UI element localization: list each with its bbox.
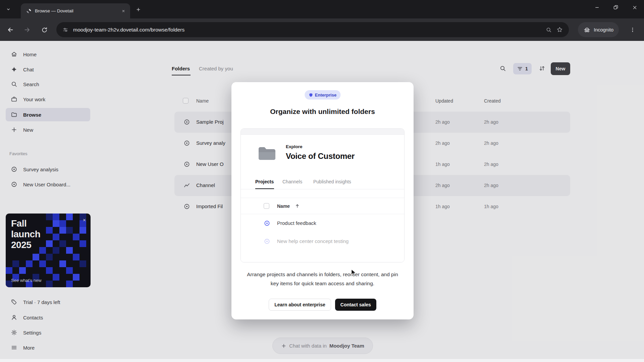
shield-icon: [309, 93, 313, 97]
window-controls: [588, 0, 644, 15]
preview-row-product-feedback: Product feedback: [241, 214, 404, 232]
plus-icon: [136, 7, 141, 12]
page-viewport: Home Chat Search Your work Browse New: [0, 41, 644, 362]
browser-menu-button[interactable]: [627, 24, 639, 36]
folder-preview-card: Explore Voice of Customer Projects Chann…: [240, 128, 405, 262]
preview-row-label: Product feedback: [277, 220, 316, 226]
chevron-down-icon: [6, 7, 11, 12]
mouse-cursor: [351, 269, 358, 277]
preview-table-header: Name: [241, 198, 404, 214]
learn-about-enterprise-button[interactable]: Learn about enterprise: [269, 299, 331, 311]
tab-search-button[interactable]: [3, 4, 13, 14]
incognito-icon: [583, 26, 591, 33]
modal-title: Organize with unlimited folders: [231, 108, 414, 116]
preview-active-tab-underline: [255, 188, 274, 189]
tab-title: Browse — Dovetail: [35, 8, 117, 13]
url-text[interactable]: moodjoy-team-2h2v.dovetail.com/browse/fo…: [73, 27, 541, 33]
address-bar[interactable]: moodjoy-team-2h2v.dovetail.com/browse/fo…: [56, 22, 569, 37]
browser-tab[interactable]: Browse — Dovetail: [21, 3, 130, 18]
folder-icon: [258, 145, 276, 162]
browser-toolbar: moodjoy-team-2h2v.dovetail.com/browse/fo…: [0, 18, 644, 41]
enterprise-badge: Enterprise: [305, 90, 340, 100]
new-tab-button[interactable]: [133, 5, 143, 14]
minimize-button[interactable]: [588, 0, 606, 15]
enterprise-badge-label: Enterprise: [315, 93, 336, 98]
modal-description: Arrange projects and channels in folders…: [245, 270, 400, 288]
tab-strip: Browse — Dovetail: [0, 0, 644, 18]
sort-ascending-icon[interactable]: [294, 203, 300, 209]
target-icon: [264, 238, 270, 245]
site-settings-icon[interactable]: [62, 27, 68, 33]
preview-row-help-center: New help center concept testing: [241, 232, 404, 250]
preview-tab-published-insights[interactable]: Published insights: [313, 179, 351, 184]
contact-sales-button[interactable]: Contact sales: [335, 299, 376, 311]
preview-tab-projects[interactable]: Projects: [255, 179, 274, 184]
target-icon: [264, 220, 270, 227]
preview-tabs-divider: [241, 189, 404, 189]
search-tabs-icon[interactable]: [546, 27, 552, 33]
tab-close-icon[interactable]: [120, 8, 127, 14]
preview-eyebrow: Explore: [286, 144, 303, 149]
back-button[interactable]: [4, 24, 16, 36]
preview-column-header-name[interactable]: Name: [277, 203, 290, 209]
bookmark-star-icon[interactable]: [556, 26, 563, 33]
close-button[interactable]: [625, 0, 644, 15]
dovetail-favicon: [26, 8, 32, 14]
preview-row-label: New help center concept testing: [277, 238, 348, 244]
preview-topbar: [241, 129, 404, 135]
refresh-button[interactable]: [38, 24, 50, 36]
browser-window: Browse — Dovetail moodjoy-team-2h2v.dove…: [0, 0, 644, 362]
preview-tab-channels[interactable]: Channels: [282, 179, 302, 184]
incognito-badge: Incognito: [578, 22, 619, 37]
preview-select-all-checkbox[interactable]: [264, 203, 269, 209]
restore-button[interactable]: [606, 0, 625, 15]
modal-buttons: Learn about enterprise Contact sales: [231, 299, 414, 311]
preview-folder-title: Voice of Customer: [286, 152, 355, 161]
incognito-label: Incognito: [594, 27, 613, 33]
enterprise-upsell-modal: Enterprise Organize with unlimited folde…: [231, 82, 414, 319]
bottom-edge: [0, 359, 644, 362]
forward-button[interactable]: [21, 24, 33, 36]
